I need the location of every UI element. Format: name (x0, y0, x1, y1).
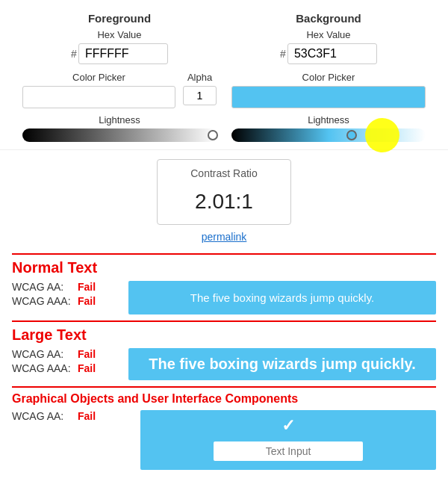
contrast-box: Contrast Ratio 2.01:1 (157, 159, 291, 225)
graphical-section: Graphical Objects and User Interface Com… (0, 386, 448, 477)
background-hex-section: Hex Value # (231, 29, 426, 64)
background-lightness-label: Lightness (231, 114, 426, 126)
foreground-alpha-input[interactable] (183, 86, 217, 105)
background-lightness-thumb[interactable] (346, 130, 357, 140)
normal-text-divider (12, 253, 436, 255)
graphical-aa-label: WCAG AA: (12, 410, 72, 422)
background-hex-row: # (231, 43, 426, 64)
normal-text-title: Normal Text (12, 259, 436, 276)
foreground-hex-section: Hex Value # (22, 29, 217, 64)
contrast-suffix: :1 (236, 190, 253, 213)
foreground-color-swatch[interactable] (22, 86, 175, 108)
contrast-label: Contrast Ratio (180, 167, 268, 179)
large-text-aaa-result: Fail (78, 362, 96, 374)
foreground-lightness-thumb[interactable] (208, 130, 218, 140)
top-section: Foreground Hex Value # Color Picker Alph… (0, 0, 448, 150)
large-text-wcag: WCAG AA: Fail WCAG AAA: Fail (12, 348, 116, 376)
foreground-alpha-label: Alpha (183, 72, 217, 83)
foreground-hex-input[interactable] (78, 43, 168, 64)
background-panel: Background Hex Value # Color Picker Ligh… (231, 12, 426, 142)
normal-text-aaa-result: Fail (78, 295, 96, 307)
normal-text-aa-result: Fail (78, 281, 96, 293)
foreground-picker-alpha-row: Color Picker Alpha (22, 72, 217, 108)
large-text-preview: The five boxing wizards jump quickly. (128, 348, 436, 380)
foreground-hex-row: # (22, 43, 217, 64)
background-picker-label: Color Picker (231, 72, 426, 83)
foreground-hex-label: Hex Value (22, 29, 217, 40)
large-text-row: WCAG AA: Fail WCAG AAA: Fail The five bo… (12, 348, 436, 380)
large-text-aa-label: WCAG AA: (12, 348, 72, 360)
foreground-color-picker-box: Color Picker (22, 72, 175, 108)
background-lightness-track[interactable] (231, 128, 426, 142)
large-text-divider (12, 320, 436, 322)
permalink-link[interactable]: permalink (202, 231, 247, 243)
background-lightness-section: Lightness (231, 114, 426, 142)
large-text-aaa-row: WCAG AAA: Fail (12, 362, 116, 374)
foreground-hash: # (71, 48, 77, 60)
contrast-section: Contrast Ratio 2.01:1 permalink (0, 150, 448, 247)
contrast-value: 2.01:1 (180, 182, 268, 214)
graphical-preview: ✓ (140, 410, 436, 470)
foreground-lightness-section: Lightness (22, 114, 217, 142)
normal-text-row: WCAG AA: Fail WCAG AAA: Fail The five bo… (12, 281, 436, 314)
graphical-bottom-row: WCAG AA: Fail ✓ (12, 410, 436, 470)
background-hash: # (280, 48, 286, 60)
normal-text-aa-label: WCAG AA: (12, 281, 72, 293)
graphical-divider (12, 386, 436, 388)
large-text-title: Large Text (12, 326, 436, 344)
normal-text-aaa-row: WCAG AAA: Fail (12, 295, 116, 307)
normal-text-aaa-label: WCAG AAA: (12, 295, 72, 307)
normal-text-wcag: WCAG AA: Fail WCAG AAA: Fail (12, 281, 116, 309)
graphical-aa-result: Fail (78, 410, 96, 422)
foreground-title: Foreground (22, 12, 217, 25)
background-picker-row: Color Picker (231, 72, 426, 108)
contrast-number: 2.01 (195, 190, 236, 213)
foreground-lightness-label: Lightness (22, 114, 217, 126)
background-color-picker-box: Color Picker (231, 72, 426, 108)
background-hex-label: Hex Value (231, 29, 426, 40)
foreground-panel: Foreground Hex Value # Color Picker Alph… (22, 12, 217, 142)
background-hex-input[interactable] (287, 43, 377, 64)
foreground-alpha-box: Alpha (183, 72, 217, 108)
foreground-picker-label: Color Picker (22, 72, 175, 83)
normal-text-preview: The five boxing wizards jump quickly. (128, 281, 436, 314)
normal-text-section: Normal Text WCAG AA: Fail WCAG AAA: Fail… (0, 253, 448, 314)
large-text-aaa-label: WCAG AAA: (12, 362, 72, 374)
graphical-title: Graphical Objects and User Interface Com… (12, 392, 436, 406)
foreground-lightness-track[interactable] (22, 128, 217, 142)
graphical-text-input[interactable] (214, 441, 363, 461)
large-text-section: Large Text WCAG AA: Fail WCAG AAA: Fail … (0, 320, 448, 380)
large-text-aa-result: Fail (78, 348, 96, 360)
background-color-swatch[interactable] (231, 86, 426, 108)
graphical-wcag: WCAG AA: Fail (12, 410, 116, 428)
large-text-aa-row: WCAG AA: Fail (12, 348, 116, 360)
graphical-checkmark: ✓ (281, 416, 295, 436)
background-title: Background (231, 12, 426, 25)
graphical-aa-row: WCAG AA: Fail (12, 410, 116, 422)
normal-text-aa-row: WCAG AA: Fail (12, 281, 116, 293)
